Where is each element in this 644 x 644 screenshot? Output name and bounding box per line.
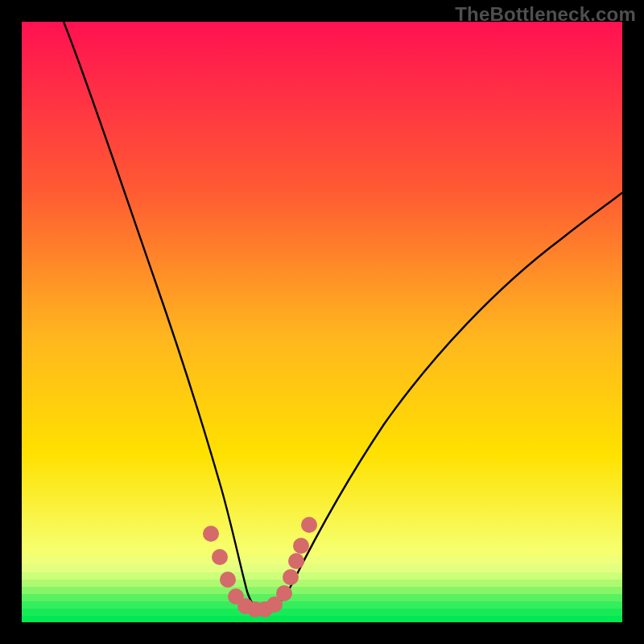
- highlight-dot: [220, 572, 236, 588]
- highlight-dots-layer: [22, 22, 622, 622]
- highlight-dot: [203, 526, 219, 542]
- highlight-dot: [288, 553, 304, 569]
- highlight-dot: [301, 517, 317, 533]
- highlight-dot: [212, 549, 228, 565]
- highlight-dot: [283, 569, 299, 585]
- highlight-dot: [293, 538, 309, 554]
- highlight-dot: [276, 585, 292, 601]
- plot-area: [22, 22, 622, 622]
- highlight-dots-group: [203, 517, 317, 617]
- chart-frame: TheBottleneck.com: [0, 0, 644, 644]
